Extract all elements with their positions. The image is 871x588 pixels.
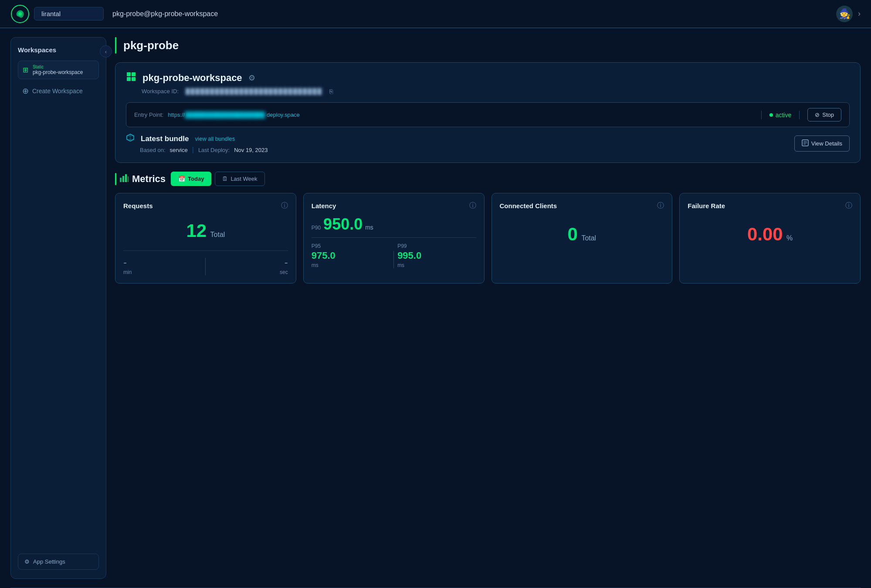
requests-divider — [123, 250, 288, 251]
svg-rect-4 — [127, 77, 131, 81]
bundle-meta: Based on: service | Last Deploy: Nov 19,… — [140, 146, 794, 154]
workspace-item-name: pkg-probe-workspace — [33, 69, 83, 75]
svg-rect-5 — [132, 77, 136, 81]
requests-sec-label: sec — [209, 269, 288, 275]
failure-rate-value-section: 0.00 % — [688, 216, 852, 252]
view-details-button[interactable]: View Details — [794, 135, 850, 152]
sidebar-collapse-button[interactable]: ‹ — [100, 45, 112, 57]
connected-clients-value-section: 0 Total — [500, 216, 664, 252]
probe-accent-bar — [115, 37, 116, 54]
sidebar-item-workspace[interactable]: ⊞ Static pkg-probe-workspace — [18, 61, 99, 79]
workspace-id-value: ████████████████████████████ — [182, 87, 326, 95]
last-week-button[interactable]: 🗓 Last Week — [215, 172, 264, 186]
plus-circle-icon: ⊕ — [22, 86, 29, 96]
last-deploy-value: Nov 19, 2023 — [234, 147, 268, 153]
status-label: active — [776, 112, 792, 118]
p95-unit: ms — [312, 262, 390, 268]
latency-p95: P95 975.0 ms — [312, 243, 390, 268]
sidebar-spacer — [18, 103, 99, 554]
requests-unit: Total — [210, 231, 225, 238]
latency-title: Latency — [312, 202, 336, 210]
entry-point-url[interactable]: https://████████████████████ deploy.spac… — [168, 112, 753, 118]
probe-header: pkg-probe — [115, 37, 861, 54]
entry-divider — [761, 111, 762, 119]
main-content: pkg-probe pkg-probe-workspace ⚙ Workspac… — [115, 37, 861, 579]
stop-button[interactable]: ⊘ Stop — [807, 108, 841, 122]
avatar[interactable]: 🧙 — [836, 6, 853, 22]
p95-label: P95 — [312, 243, 390, 249]
probe-path: pkg-probe@pkg-probe-workspace — [112, 10, 218, 18]
entry-divider-2 — [799, 111, 800, 119]
latency-p90-label: P90 — [312, 225, 321, 231]
entry-point-label: Entry Point: — [134, 112, 163, 118]
failure-rate-unit: % — [786, 234, 793, 242]
requests-value-section: 12 Total — [123, 216, 288, 245]
latency-divider — [312, 237, 476, 238]
p95-value: 975.0 — [312, 250, 390, 261]
bundle-row: Latest bundle view all bundles — [126, 133, 794, 144]
probe-title: pkg-probe — [123, 39, 179, 52]
connected-clients-value: 0 — [568, 224, 578, 244]
bundle-info: Latest bundle view all bundles Based on:… — [126, 133, 794, 154]
main-layout: Workspaces ‹ ⊞ Static pkg-probe-workspac… — [0, 28, 871, 588]
app-settings-button[interactable]: ⚙ App Settings — [18, 554, 99, 570]
workspace-id-row: Workspace ID: ██████████████████████████… — [142, 87, 850, 95]
workspace-name-title: pkg-probe-workspace — [142, 72, 242, 84]
latency-card-header: Latency ⓘ — [312, 201, 476, 210]
logo: lirantal — [10, 4, 104, 24]
details-icon — [802, 139, 809, 148]
header-right: 🧙 › — [836, 6, 861, 22]
requests-card-header: Requests ⓘ — [123, 201, 288, 210]
workspace-name-input[interactable]: lirantal — [34, 7, 104, 20]
svg-rect-8 — [122, 176, 124, 182]
header-chevron-icon[interactable]: › — [858, 9, 861, 18]
latency-sub-divider — [393, 251, 394, 268]
sidebar-title: Workspaces — [18, 46, 99, 54]
latency-p90-value: 950.0 — [323, 216, 363, 232]
connected-clients-title: Connected Clients — [500, 202, 557, 210]
svg-rect-7 — [120, 178, 122, 182]
connected-clients-card: Connected Clients ⓘ 0 Total — [491, 193, 673, 284]
failure-rate-info-icon[interactable]: ⓘ — [845, 201, 852, 210]
requests-value: 12 — [186, 220, 207, 241]
svg-rect-9 — [125, 174, 127, 182]
failure-rate-title: Failure Rate — [688, 202, 725, 210]
connected-clients-unit: Total — [581, 234, 596, 242]
requests-title: Requests — [123, 202, 153, 210]
sidebar: Workspaces ‹ ⊞ Static pkg-probe-workspac… — [10, 37, 106, 579]
requests-info-icon[interactable]: ⓘ — [281, 201, 288, 210]
metric-cards-grid: Requests ⓘ 12 Total - min — [115, 193, 861, 284]
gear-icon: ⚙ — [24, 558, 30, 565]
copy-icon[interactable]: ⎘ — [329, 88, 333, 95]
last-deploy-label: Last Deploy: — [198, 147, 230, 153]
requests-sub-divider — [205, 258, 206, 275]
svg-rect-3 — [132, 72, 136, 76]
entry-point-row: Entry Point: https://███████████████████… — [126, 102, 850, 127]
p99-value: 995.0 — [397, 250, 476, 261]
connected-clients-header: Connected Clients ⓘ — [500, 201, 664, 210]
today-button[interactable]: 📅 Today — [171, 172, 211, 186]
latency-p99: P99 995.0 ms — [397, 243, 476, 268]
view-all-bundles-link[interactable]: view all bundles — [195, 135, 235, 142]
workspace-card: pkg-probe-workspace ⚙ Workspace ID: ████… — [115, 62, 861, 163]
metrics-chart-icon — [119, 172, 129, 186]
requests-card: Requests ⓘ 12 Total - min — [115, 193, 296, 284]
p99-label: P99 — [397, 243, 476, 249]
requests-sub-row: - min - sec — [123, 256, 288, 275]
failure-rate-card: Failure Rate ⓘ 0.00 % — [679, 193, 861, 284]
metrics-header: Metrics 📅 Today 🗓 Last Week — [115, 172, 861, 186]
calendar-icon-2: 🗓 — [222, 176, 228, 182]
bundle-icon — [126, 133, 135, 144]
calendar-icon: 📅 — [178, 176, 185, 182]
latency-sub-row: P95 975.0 ms P99 995.0 ms — [312, 243, 476, 268]
workspace-settings-icon[interactable]: ⚙ — [248, 73, 255, 83]
create-workspace-button[interactable]: ⊕ Create Workspace — [18, 83, 99, 99]
svg-point-1 — [18, 12, 22, 16]
latency-info-icon[interactable]: ⓘ — [469, 201, 476, 210]
metrics-section: Metrics 📅 Today 🗓 Last Week — [115, 172, 861, 284]
workspace-tag: Static — [33, 64, 83, 69]
latency-card: Latency ⓘ P90 950.0 ms P95 975.0 ms — [303, 193, 485, 284]
logo-icon — [10, 4, 30, 24]
requests-min-label: min — [123, 269, 202, 275]
connected-clients-info-icon[interactable]: ⓘ — [657, 201, 664, 210]
